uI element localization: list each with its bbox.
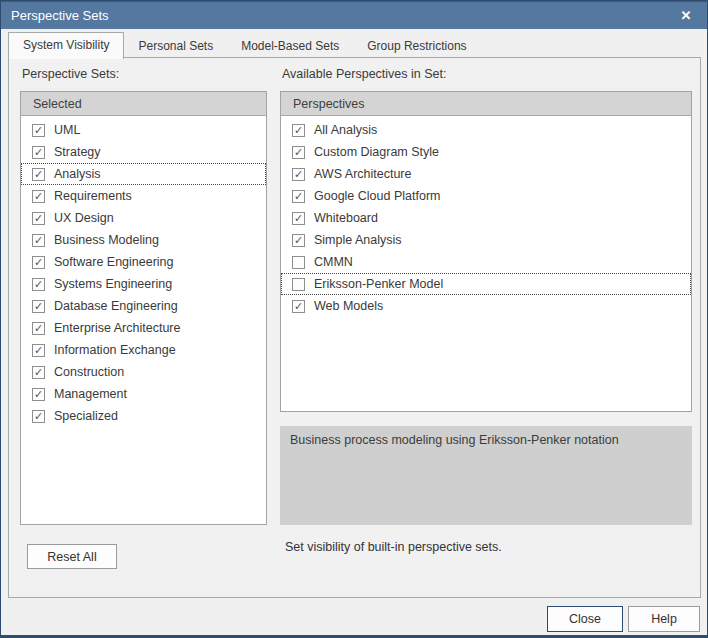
checkbox-checked-icon[interactable]: ✓ <box>292 212 305 225</box>
checkbox-checked-icon[interactable]: ✓ <box>32 322 45 335</box>
tab-page-system-visibility: Perspective Sets: Available Perspectives… <box>8 57 701 598</box>
checkbox-unchecked-icon[interactable] <box>292 278 305 291</box>
visibility-hint-text: Set visibility of built-in perspective s… <box>285 540 502 554</box>
list-item-label: CMMN <box>314 255 353 269</box>
checkbox-checked-icon[interactable]: ✓ <box>292 168 305 181</box>
available-perspectives-list: Perspectives ✓All Analysis✓Custom Diagra… <box>280 91 692 412</box>
available-perspectives-list-body: ✓All Analysis✓Custom Diagram Style✓AWS A… <box>281 116 691 317</box>
list-item[interactable]: ✓UML <box>21 119 266 141</box>
list-item-label: Simple Analysis <box>314 233 402 247</box>
list-item-label: Whiteboard <box>314 211 378 225</box>
titlebar[interactable]: Perspective Sets ✕ <box>1 1 707 29</box>
tab-bar: System Visibility Personal Sets Model-Ba… <box>8 32 699 58</box>
list-item-label: Management <box>54 387 127 401</box>
checkbox-checked-icon[interactable]: ✓ <box>32 190 45 203</box>
list-item[interactable]: ✓All Analysis <box>281 119 691 141</box>
list-item-label: Database Engineering <box>54 299 178 313</box>
checkbox-checked-icon[interactable]: ✓ <box>292 234 305 247</box>
close-icon[interactable]: ✕ <box>677 7 695 25</box>
list-item-label: Business Modeling <box>54 233 159 247</box>
checkbox-checked-icon[interactable]: ✓ <box>32 300 45 313</box>
list-item[interactable]: ✓Strategy <box>21 141 266 163</box>
perspectives-column-header: Perspectives <box>281 92 691 116</box>
perspective-sets-list: Selected ✓UML✓Strategy✓Analysis✓Requirem… <box>20 91 267 525</box>
reset-all-button[interactable]: Reset All <box>27 544 117 569</box>
list-item[interactable]: ✓AWS Architecture <box>281 163 691 185</box>
list-item[interactable]: ✓Software Engineering <box>21 251 266 273</box>
perspective-sets-dialog: Perspective Sets ✕ System Visibility Per… <box>0 0 708 638</box>
list-item[interactable]: ✓Whiteboard <box>281 207 691 229</box>
checkbox-unchecked-icon[interactable] <box>292 256 305 269</box>
list-item[interactable]: ✓Information Exchange <box>21 339 266 361</box>
list-item-label: Strategy <box>54 145 101 159</box>
list-item-label: Information Exchange <box>54 343 176 357</box>
list-item[interactable]: ✓Google Cloud Platform <box>281 185 691 207</box>
list-item-label: Enterprise Architecture <box>54 321 180 335</box>
checkbox-checked-icon[interactable]: ✓ <box>32 124 45 137</box>
list-item[interactable]: ✓Management <box>21 383 266 405</box>
list-item[interactable]: CMMN <box>281 251 691 273</box>
list-item-label: Construction <box>54 365 124 379</box>
perspective-sets-label: Perspective Sets: <box>22 67 119 81</box>
checkbox-checked-icon[interactable]: ✓ <box>32 256 45 269</box>
list-item[interactable]: ✓Business Modeling <box>21 229 266 251</box>
list-item-label: Software Engineering <box>54 255 174 269</box>
list-item-label: Custom Diagram Style <box>314 145 439 159</box>
perspective-sets-list-body: ✓UML✓Strategy✓Analysis✓Requirements✓UX D… <box>21 116 266 427</box>
list-item-label: Specialized <box>54 409 118 423</box>
list-item-label: Systems Engineering <box>54 277 172 291</box>
list-item-label: UX Design <box>54 211 114 225</box>
list-item-label: AWS Architecture <box>314 167 412 181</box>
list-item-label: Google Cloud Platform <box>314 189 440 203</box>
list-item[interactable]: ✓Construction <box>21 361 266 383</box>
list-item[interactable]: ✓Analysis <box>21 163 266 185</box>
checkbox-checked-icon[interactable]: ✓ <box>292 300 305 313</box>
close-button[interactable]: Close <box>547 606 623 632</box>
list-item-label: All Analysis <box>314 123 377 137</box>
selected-column-header: Selected <box>21 92 266 116</box>
checkbox-checked-icon[interactable]: ✓ <box>32 212 45 225</box>
checkbox-checked-icon[interactable]: ✓ <box>32 410 45 423</box>
list-item[interactable]: ✓Database Engineering <box>21 295 266 317</box>
list-item[interactable]: ✓Simple Analysis <box>281 229 691 251</box>
list-item-label: Analysis <box>54 167 101 181</box>
checkbox-checked-icon[interactable]: ✓ <box>32 146 45 159</box>
available-perspectives-label: Available Perspectives in Set: <box>282 67 446 81</box>
list-item-label: UML <box>54 123 80 137</box>
perspective-description: Business process modeling using Eriksson… <box>280 426 692 525</box>
list-item[interactable]: Eriksson-Penker Model <box>281 273 691 295</box>
tab-model-based-sets[interactable]: Model-Based Sets <box>227 34 353 59</box>
checkbox-checked-icon[interactable]: ✓ <box>292 190 305 203</box>
list-item[interactable]: ✓Specialized <box>21 405 266 427</box>
list-item[interactable]: ✓Systems Engineering <box>21 273 266 295</box>
list-item-label: Requirements <box>54 189 132 203</box>
checkbox-checked-icon[interactable]: ✓ <box>32 388 45 401</box>
checkbox-checked-icon[interactable]: ✓ <box>292 124 305 137</box>
tab-group-restrictions[interactable]: Group Restrictions <box>353 34 480 59</box>
list-item-label: Eriksson-Penker Model <box>314 277 443 291</box>
tab-system-visibility[interactable]: System Visibility <box>8 32 124 59</box>
list-item[interactable]: ✓Web Models <box>281 295 691 317</box>
list-item-label: Web Models <box>314 299 383 313</box>
list-item[interactable]: ✓UX Design <box>21 207 266 229</box>
checkbox-checked-icon[interactable]: ✓ <box>32 344 45 357</box>
window-title: Perspective Sets <box>1 8 109 23</box>
list-item[interactable]: ✓Custom Diagram Style <box>281 141 691 163</box>
checkbox-checked-icon[interactable]: ✓ <box>32 234 45 247</box>
checkbox-checked-icon[interactable]: ✓ <box>32 168 45 181</box>
tab-personal-sets[interactable]: Personal Sets <box>124 34 227 59</box>
checkbox-checked-icon[interactable]: ✓ <box>32 366 45 379</box>
checkbox-checked-icon[interactable]: ✓ <box>32 278 45 291</box>
list-item[interactable]: ✓Requirements <box>21 185 266 207</box>
list-item[interactable]: ✓Enterprise Architecture <box>21 317 266 339</box>
help-button[interactable]: Help <box>628 606 700 632</box>
checkbox-checked-icon[interactable]: ✓ <box>292 146 305 159</box>
